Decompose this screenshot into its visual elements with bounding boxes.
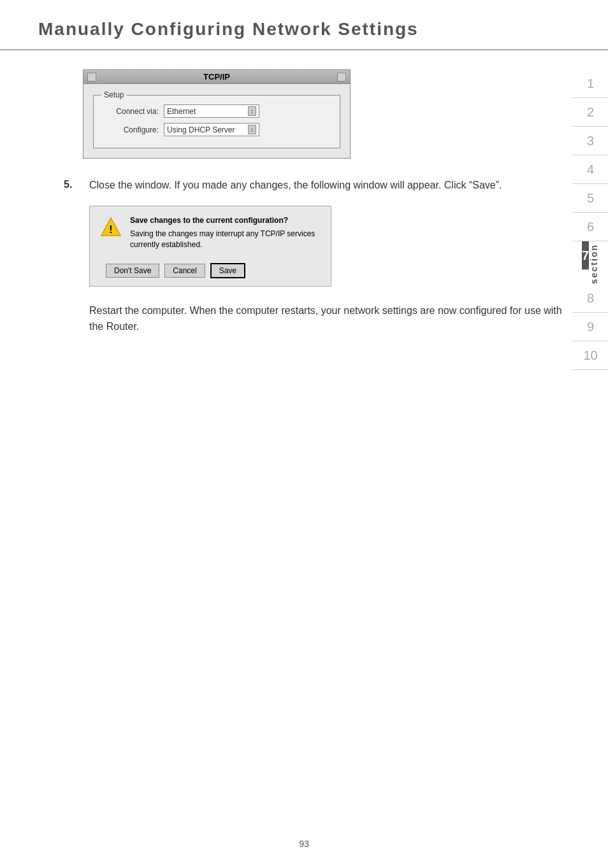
nav-item-5[interactable]: 5 <box>573 184 608 213</box>
step-5-row: 5. Close the window. If you made any cha… <box>64 178 570 193</box>
nav-item-4[interactable]: 4 <box>573 155 608 184</box>
save-dialog-buttons: Don't Save Cancel Save <box>99 263 321 278</box>
nav-item-1[interactable]: 1 <box>573 69 608 98</box>
right-nav: 1 2 3 4 5 6 7 section 8 9 10 <box>573 69 608 370</box>
connect-via-select[interactable]: Ethernet ↕ <box>164 104 259 118</box>
setup-legend: Setup <box>101 90 126 99</box>
nav-item-8[interactable]: 8 <box>573 284 608 313</box>
configure-label: Configure: <box>101 125 159 134</box>
page-number: 93 <box>0 839 608 849</box>
window-zoom-btn[interactable] <box>337 73 346 82</box>
tcpip-dialog: TCP/IP Setup Connect via: Ethernet ↕ Con… <box>83 69 351 159</box>
main-content: 1 2 3 4 5 6 7 section 8 9 10 TCP/IP Setu… <box>0 69 608 335</box>
save-dialog-subtitle: Saving the changes may interrupt any TCP… <box>130 229 321 250</box>
step-5-number: 5. <box>64 179 89 190</box>
configure-select[interactable]: Using DHCP Server ↕ <box>164 123 259 136</box>
connect-via-label: Connect via: <box>101 107 159 116</box>
nav-active-row: 7 section <box>582 241 599 284</box>
nav-item-3[interactable]: 3 <box>573 127 608 155</box>
nav-item-2[interactable]: 2 <box>573 98 608 127</box>
save-dialog-top: ! Save changes to the current configurat… <box>99 216 321 250</box>
nav-item-7[interactable]: 7 <box>582 241 589 270</box>
connect-via-value: Ethernet <box>167 107 196 116</box>
step-5-text: Close the window. If you made any change… <box>89 178 502 193</box>
nav-item-6[interactable]: 6 <box>573 213 608 241</box>
warning-icon: ! <box>99 216 122 239</box>
configure-value: Using DHCP Server <box>167 125 235 134</box>
tcpip-body: Setup Connect via: Ethernet ↕ Configure:… <box>83 84 350 158</box>
page-title-area: Manually Configuring Network Settings <box>0 0 608 50</box>
svg-text:!: ! <box>109 224 112 235</box>
connect-via-arrow: ↕ <box>248 106 256 116</box>
tcpip-title: TCP/IP <box>96 72 337 82</box>
save-dialog-text: Save changes to the current configuratio… <box>130 216 321 250</box>
section-label: section <box>589 244 599 284</box>
restart-text: Restart the computer. When the computer … <box>89 302 570 335</box>
configure-row: Configure: Using DHCP Server ↕ <box>101 123 332 136</box>
configure-arrow: ↕ <box>248 125 256 134</box>
connect-via-row: Connect via: Ethernet ↕ <box>101 104 332 118</box>
page-title: Manually Configuring Network Settings <box>38 19 570 39</box>
save-button[interactable]: Save <box>210 263 245 278</box>
setup-fieldset: Setup Connect via: Ethernet ↕ Configure:… <box>93 90 340 148</box>
tcpip-titlebar: TCP/IP <box>83 70 350 84</box>
window-close-btn[interactable] <box>87 73 96 82</box>
save-dialog: ! Save changes to the current configurat… <box>89 206 331 287</box>
nav-item-10[interactable]: 10 <box>573 341 608 370</box>
save-dialog-title: Save changes to the current configuratio… <box>130 216 321 225</box>
nav-item-9[interactable]: 9 <box>573 313 608 341</box>
dont-save-button[interactable]: Don't Save <box>106 264 159 278</box>
cancel-button[interactable]: Cancel <box>164 264 205 278</box>
